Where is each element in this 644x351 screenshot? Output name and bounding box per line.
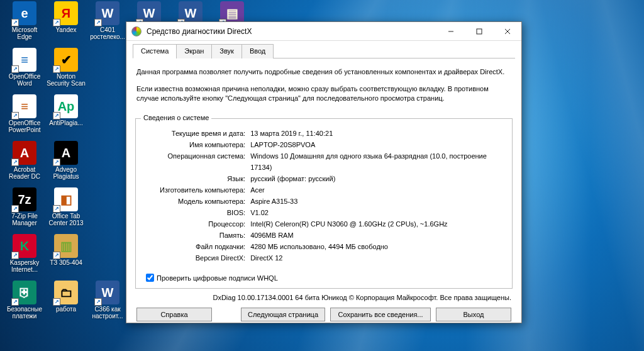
icon-label: Office Tab Center 2013 [47,213,86,226]
group-legend: Сведения о системе [141,114,211,121]
app-icon: ⛨↗ [13,281,36,304]
app-icon: ◧↗ [54,187,78,211]
whql-checkbox[interactable] [146,274,154,282]
window-title: Средство диагностики DirectX [147,27,252,36]
icon-label: 7-Zip File Manager [5,213,44,226]
tabstrip: СистемаЭкранЗвукВвод [133,43,515,58]
app-icon: Ap↗ [54,94,78,118]
row-key: Операционная система: [160,150,249,173]
desktop-icon[interactable]: 7z↗7-Zip File Manager [5,186,44,231]
exit-button[interactable]: Выход [436,308,511,321]
system-info-row: Процессор:Intel(R) Celeron(R) CPU N3060 … [160,218,507,230]
row-value: Acer [249,184,507,196]
desktop-icon[interactable]: ▥↗ТЗ 305-404 [47,233,86,278]
row-key: Версия DirectX: [160,252,249,264]
intro-text-2: Если известна возможная причина неполадк… [136,84,511,103]
copyright-line: DxDiag 10.00.17134.0001 64 бита Юникод ©… [133,291,515,301]
icon-label: Microsoft Edge [5,26,44,40]
system-info-row: Файл подкачки:4280 МБ использовано, 4494… [160,241,507,252]
desktop-icon[interactable]: ⛨↗Безопасные платежи [5,279,44,325]
app-icon: A↗ [54,141,78,165]
app-icon: ≡↗ [13,94,36,118]
icon-label: Kaspersky Internet... [5,259,44,273]
row-value: Aspire A315-33 [249,196,507,207]
desktop-icon[interactable]: K↗Kaspersky Internet... [5,233,44,278]
row-key: Текущие время и дата: [160,128,249,139]
icon-label: Acrobat Reader DC [5,166,44,180]
desktop-icon[interactable]: ◧↗Office Tab Center 2013 [47,186,86,231]
desktop-icon[interactable]: ✔↗Norton Security Scan [47,47,86,92]
system-info-group: Сведения о системе Текущие время и дата:… [135,118,513,289]
app-icon: K↗ [13,234,36,258]
minimize-button[interactable] [436,22,465,40]
svg-rect-1 [477,29,482,34]
maximize-button[interactable] [465,22,493,40]
icon-label: Безопасные платежи [5,306,44,320]
app-icon: W↗ [96,281,119,304]
desktop-icon[interactable]: Я↗Yandex [47,0,86,45]
row-key: BIOS: [160,207,249,218]
desktop-icon[interactable]: Ap↗AntiPlagia... [47,93,86,138]
dxdiag-window: Средство диагностики DirectX СистемаЭкра… [126,21,522,323]
desktop-icon[interactable]: ≡↗OpenOffice Word [5,47,44,92]
icon-label: OpenOffice Word [5,73,44,87]
row-value: V1.02 [249,207,507,218]
tab-экран[interactable]: Экран [176,44,212,58]
desktop-icon[interactable]: e↗Microsoft Edge [5,0,44,45]
row-key: Модель компьютера: [160,196,249,207]
system-info-row: Текущие время и дата:13 марта 2019 г., 1… [160,128,507,139]
system-info-row: Модель компьютера:Aspire A315-33 [160,196,507,207]
icon-label: Yandex [55,26,76,33]
close-button[interactable] [493,22,521,40]
row-key: Изготовитель компьютера: [160,184,249,196]
app-icon: W↗ [96,1,119,25]
row-value: Windows 10 Домашняя для одного языка 64-… [249,150,507,173]
icon-label: C401 ростелеко... [88,26,127,40]
row-value: DirectX 12 [249,252,507,264]
whql-text: Проверить цифровые подписи WHQL [157,274,278,282]
next-page-button[interactable]: Следующая страница [241,308,325,321]
desktop-icon[interactable]: W↗C401 ростелеко... [88,0,127,45]
app-icon: ✔↗ [54,48,78,72]
system-info-row: Имя компьютера:LAPTOP-20S8PVOA [160,139,507,150]
titlebar[interactable]: Средство диагностики DirectX [126,22,521,41]
app-icon: e↗ [13,1,36,25]
icon-label: Norton Security Scan [47,73,86,87]
row-value: 13 марта 2019 г., 11:40:21 [249,128,507,139]
app-icon: Я↗ [54,1,78,25]
app-icon: 🗀↗ [54,281,78,304]
system-info-row: Язык:русский (формат: русский) [160,173,507,184]
icon-label: C366 как настроит... [88,306,127,320]
whql-checkbox-label[interactable]: Проверить цифровые подписи WHQL [146,274,507,282]
desktop-icon[interactable]: 🗀↗работа [47,279,86,325]
save-all-button[interactable]: Сохранить все сведения... [330,308,431,321]
dxdiag-icon [131,26,142,36]
system-info-row: Операционная система:Windows 10 Домашняя… [160,150,507,173]
row-key: Память: [160,230,249,241]
row-value: Intel(R) Celeron(R) CPU N3060 @ 1.60GHz … [249,218,507,230]
app-icon: 7z↗ [13,187,36,211]
app-icon: ▥↗ [54,234,78,258]
icon-label: Advego Plagiatus [47,166,86,180]
row-key: Имя компьютера: [160,139,249,150]
row-key: Процессор: [160,218,249,230]
desktop-icon[interactable]: A↗Acrobat Reader DC [5,140,44,185]
intro-text-1: Данная программа позволяет получить подр… [136,67,511,77]
icon-label: ТЗ 305-404 [50,259,82,266]
help-button[interactable]: Справка [136,308,212,321]
desktop-icon[interactable]: W↗C366 как настроит... [88,279,127,325]
system-info-row: Версия DirectX:DirectX 12 [160,252,507,264]
desktop-icon[interactable]: A↗Advego Plagiatus [47,140,86,185]
row-value: русский (формат: русский) [249,173,507,184]
tab-звук[interactable]: Звук [211,44,242,58]
icon-label: AntiPlagia... [49,120,82,126]
icon-label: работа [56,306,76,313]
system-info-row: Изготовитель компьютера:Acer [160,184,507,196]
tab-система[interactable]: Система [133,44,177,58]
desktop-icon[interactable]: ≡↗OpenOffice PowerPoint [5,93,44,138]
row-value: 4280 МБ использовано, 4494 МБ свободно [249,241,507,252]
app-icon: A↗ [13,141,36,165]
tab-ввод[interactable]: Ввод [242,44,274,58]
row-key: Язык: [160,173,249,184]
system-info-row: BIOS:V1.02 [160,207,507,218]
